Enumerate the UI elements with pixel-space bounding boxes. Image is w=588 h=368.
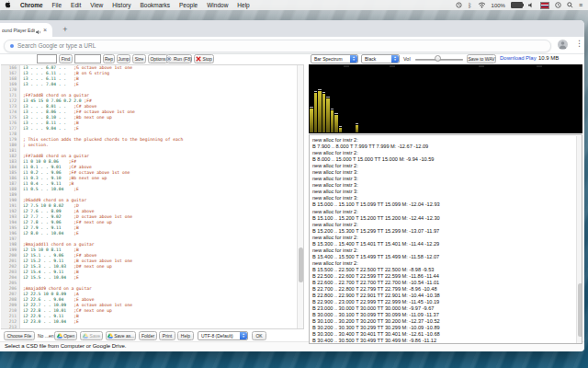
run-button[interactable]: Run (F8) (166, 54, 192, 63)
tab-close-icon[interactable]: × (43, 27, 47, 33)
spectrum-bar (331, 110, 334, 132)
line-number: 213 (1, 325, 19, 329)
replace-input[interactable] (74, 54, 101, 63)
spectrum-peak-cap (318, 89, 322, 90)
bluetooth-icon[interactable]: ᛒ (468, 2, 471, 8)
console-line: B 15.400 .. 15.500 T 15.499 TT 15.499 M:… (310, 254, 582, 260)
choose-file-button[interactable]: Choose File (4, 331, 35, 340)
line-number-gutter: 1661671681691701711721731741751761771781… (1, 65, 20, 329)
rep-button[interactable]: Rep (103, 54, 115, 63)
download-link[interactable]: Download (500, 55, 525, 61)
folder-button[interactable]: Folder (139, 331, 157, 340)
spectrum-bar (334, 115, 338, 132)
jump-button[interactable]: Jump (117, 54, 130, 63)
console-line: new alloc for instr 2: (310, 137, 582, 144)
clock-icon[interactable] (555, 2, 561, 8)
omnibox-search-icon (10, 44, 14, 48)
menu-item-file[interactable]: File (52, 2, 62, 8)
editor-scrollbar-thumb[interactable] (299, 247, 303, 282)
google-drive-icon (57, 333, 62, 339)
color-mode-select[interactable]: Black ▲▼ (361, 54, 400, 63)
console-line: new alloc for instr 3: (310, 189, 582, 195)
spotlight-search-icon[interactable] (567, 2, 573, 8)
console-line: B 7.900 .. 8.000 T 7.999 TT 7.999 M: -12… (310, 144, 582, 150)
stop-x-icon (196, 56, 201, 63)
color-mode-value: Black (365, 56, 376, 62)
select-stepper-icon: ▲▼ (391, 55, 399, 63)
help-button[interactable]: Help (177, 331, 194, 340)
console-line: B 22.800 .. 22.900 T 22.901 TT 22.901 M:… (310, 293, 582, 299)
run-button-label: Run (F8) (174, 56, 192, 62)
console-line: B 22.500 .. 22.600 T 22.599 TT 22.599 M:… (310, 273, 582, 280)
console-line: new alloc for instr 2: (310, 150, 582, 156)
spectrum-scale-mark (390, 65, 395, 67)
console-line: new alloc for instr 2: (310, 222, 582, 228)
console-line: B 22.600 .. 22.700 T 22.700 TT 22.700 M:… (310, 280, 582, 286)
menu-status-icons: ᛒ 100% ≡ (456, 0, 582, 10)
spectrum-peak-cap (314, 91, 318, 92)
play-link[interactable]: Play (526, 55, 537, 61)
google-drive-icon (83, 333, 88, 339)
input-source-flag-icon[interactable] (540, 2, 549, 9)
spectrum-bar (339, 128, 343, 132)
editor-scrollbar[interactable] (297, 65, 304, 329)
encoding-select[interactable]: UTF-8 (Default) ▲▼ (198, 331, 248, 340)
save-as-label: Save as... (114, 333, 134, 339)
spectrum-bar (318, 91, 322, 132)
wifi-icon[interactable] (478, 2, 486, 8)
find-button[interactable]: Find (59, 54, 73, 63)
stop-button[interactable]: Stop (194, 54, 214, 63)
spectrum-mode-value: Bar Spectrum (314, 56, 343, 62)
tab-bar (0, 20, 584, 37)
options-button[interactable]: Options (148, 54, 168, 63)
tab-audio-speaker-icon[interactable] (36, 23, 41, 37)
console-line: B 23.000 .. 30.000 T 30.000 TT 30.000 M:… (310, 305, 582, 312)
ok-button[interactable]: OK (252, 331, 266, 340)
console-line: B 30.000 .. 30.100 T 30.099 TT 30.099 M:… (310, 312, 582, 318)
menu-item-help[interactable]: Help (237, 2, 249, 8)
menu-item-history[interactable]: History (112, 2, 130, 8)
size-button[interactable]: Size (132, 54, 146, 63)
console-line: B 15.000 .. 15.100 T 15.099 TT 15.099 M:… (310, 201, 582, 208)
status-text: Select a CSD file from Computer or Googl… (5, 343, 126, 349)
drive-open-button[interactable]: Open (54, 331, 77, 340)
notification-center-icon[interactable]: ≡ (579, 2, 582, 8)
recent-items-icon[interactable] (456, 2, 462, 8)
menu-item-chrome[interactable]: Chrome (20, 2, 43, 8)
drive-save-as-button[interactable]: Save as... (106, 331, 136, 340)
menu-item-people[interactable]: People (179, 2, 198, 8)
csound-console[interactable]: new alloc for instr 2:B 7.900 .. 8.000 T… (309, 134, 582, 344)
menu-item-edit[interactable]: Edit (71, 2, 81, 8)
browser-menu-icon[interactable]: ⋮ (575, 39, 583, 48)
tab-sound-player-editor[interactable]: ound Player Editor Onlin × (0, 23, 52, 37)
spectrum-display (309, 64, 582, 133)
find-input[interactable] (37, 54, 57, 63)
console-line: new alloc for instr 3: (310, 169, 582, 176)
spectrum-peak-cap (334, 113, 338, 114)
code-lines: i3 . . . 6.07 . . ;G octave above 1st on… (23, 65, 299, 329)
console-scrollbar-thumb[interactable] (578, 283, 582, 337)
spectrum-bar (310, 109, 313, 132)
drive-save-button[interactable]: Save (80, 331, 103, 340)
profile-avatar[interactable] (558, 40, 568, 50)
menu-item-view[interactable]: View (90, 2, 103, 8)
new-tab-button[interactable]: + (59, 24, 72, 36)
console-line: B 15.300 .. 15.400 T 15.401 TT 15.401 M:… (310, 241, 582, 247)
save-to-wav-button[interactable]: Save to WAV (467, 54, 496, 63)
omnibox[interactable]: Search Google or type a URL (4, 40, 551, 52)
console-line: new alloc for instr 3: (310, 176, 582, 182)
volume-slider-thumb[interactable] (435, 55, 441, 62)
menu-item-window[interactable]: Window (207, 2, 228, 8)
console-line: B 15.100 .. 15.200 T 15.200 TT 15.200 M:… (310, 215, 582, 222)
volume-icon[interactable] (528, 2, 535, 8)
console-line: B 30.300 .. 30.400 T 30.401 TT 30.401 M:… (310, 331, 582, 338)
console-scrollbar[interactable] (576, 136, 582, 343)
apple-menu-icon[interactable] (5, 1, 11, 9)
code-line (23, 325, 299, 329)
code-editor[interactable]: 1661671681691701711721731741751761771781… (1, 64, 304, 329)
spectrum-peak-cap (356, 123, 359, 124)
menu-item-bookmarks[interactable]: Bookmarks (140, 2, 170, 8)
spectrum-mode-select[interactable]: Bar Spectrum ▲▼ (311, 54, 358, 63)
print-button[interactable]: Print (159, 331, 175, 340)
spectrum-peak-cap (310, 107, 313, 108)
